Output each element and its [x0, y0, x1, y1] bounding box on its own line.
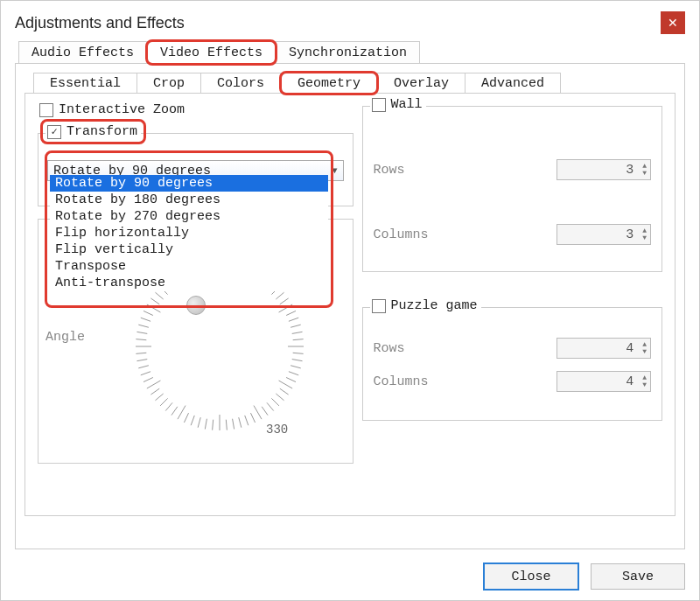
wall-checkbox[interactable]: Wall	[370, 97, 426, 112]
main-tabs: Audio Effects Video Effects Synchronizat…	[15, 41, 685, 64]
subtab-geometry-label: Geometry	[281, 73, 377, 94]
svg-line-67	[286, 311, 296, 315]
dialog-title: Adjustments and Effects	[15, 14, 185, 32]
svg-line-14	[245, 416, 248, 425]
svg-line-32	[141, 372, 150, 375]
svg-line-19	[213, 420, 214, 430]
svg-line-11	[262, 407, 268, 416]
checkmark-icon: ✓	[51, 127, 57, 137]
checkbox-icon	[39, 103, 53, 117]
wall-group: Wall Rows 3 ▲▼ Columns 3 ▲▼	[362, 106, 662, 272]
puzzle-rows-label: Rows	[374, 341, 405, 356]
tab-video-effects-label: Video Effects	[147, 41, 276, 64]
close-button[interactable]: Close	[484, 563, 578, 590]
checkbox-icon	[372, 98, 386, 112]
option-rotate-90[interactable]: Rotate by 90 degrees	[50, 175, 328, 192]
svg-line-12	[254, 406, 262, 420]
save-button[interactable]: Save	[591, 563, 685, 590]
tab-audio-effects[interactable]: Audio Effects	[18, 41, 147, 64]
window-close-button[interactable]: ✕	[661, 11, 685, 34]
svg-line-10	[267, 402, 274, 410]
tab-video-effects[interactable]: Video Effects	[147, 41, 276, 64]
dialog-footer: Close Save	[484, 563, 685, 590]
svg-line-31	[144, 377, 153, 381]
svg-line-22	[191, 416, 194, 425]
puzzle-rows-value: 4	[626, 341, 634, 356]
svg-line-35	[136, 353, 146, 353]
svg-line-40	[141, 318, 150, 321]
puzzle-group: Puzzle game Rows 4 ▲▼ Columns 4 ▲▼	[362, 307, 662, 421]
interactive-zoom-checkbox[interactable]: Interactive Zoom	[39, 102, 354, 117]
option-anti-transpose[interactable]: Anti-transpose	[50, 275, 328, 291]
wall-rows-label: Rows	[374, 163, 405, 178]
svg-line-41	[144, 311, 153, 315]
transform-label: Transform	[66, 124, 137, 139]
subtab-overlay[interactable]: Overlay	[377, 73, 466, 94]
svg-line-9	[271, 398, 278, 405]
tab-synchronization[interactable]: Synchronization	[276, 41, 420, 64]
svg-line-3	[290, 366, 301, 368]
puzzle-label: Puzzle game	[391, 298, 478, 313]
svg-line-29	[150, 388, 159, 395]
wall-rows-value: 3	[626, 163, 634, 178]
puzzle-cols-spinner[interactable]: 4 ▲▼	[556, 371, 651, 392]
svg-line-70	[292, 332, 303, 333]
svg-line-33	[138, 366, 149, 368]
subtab-colors[interactable]: Colors	[200, 73, 281, 94]
subtab-essential[interactable]: Essential	[33, 73, 137, 94]
svg-line-69	[290, 325, 301, 327]
svg-line-25	[172, 407, 178, 416]
option-flip-horizontal[interactable]: Flip horizontally	[50, 225, 328, 241]
svg-line-15	[239, 417, 242, 428]
video-effects-panel: Essential Crop Colors Geometry Overlay A…	[15, 63, 685, 549]
spinner-buttons-icon: ▲▼	[642, 227, 647, 241]
svg-line-24	[178, 406, 186, 420]
svg-line-39	[138, 325, 149, 327]
sub-tabs: Essential Crop Colors Geometry Overlay A…	[24, 73, 676, 94]
svg-line-26	[165, 402, 172, 410]
svg-line-7	[280, 388, 289, 395]
option-transpose[interactable]: Transpose	[50, 258, 328, 275]
titlebar: Adjustments and Effects ✕	[15, 11, 685, 34]
svg-line-34	[136, 360, 147, 361]
wall-label: Wall	[391, 97, 423, 112]
interactive-zoom-label: Interactive Zoom	[59, 102, 185, 117]
transform-checkbox[interactable]: ✓ Transform	[46, 124, 141, 139]
option-flip-vertical[interactable]: Flip vertically	[50, 241, 328, 258]
geometry-panel: Interactive Zoom ✓ Transform Rotate by 9…	[24, 93, 676, 516]
angle-label: Angle	[46, 330, 85, 345]
puzzle-rows-spinner[interactable]: 4 ▲▼	[556, 338, 651, 359]
option-rotate-270[interactable]: Rotate by 270 degrees	[50, 208, 328, 225]
checkbox-icon	[372, 299, 386, 313]
subtab-crop[interactable]: Crop	[136, 73, 201, 94]
svg-line-23	[184, 413, 188, 423]
option-rotate-180[interactable]: Rotate by 180 degrees	[50, 192, 328, 208]
wall-rows-spinner[interactable]: 3 ▲▼	[556, 159, 651, 180]
svg-line-17	[226, 420, 227, 430]
puzzle-checkbox[interactable]: Puzzle game	[370, 298, 481, 313]
puzzle-cols-label: Columns	[374, 374, 429, 389]
wall-cols-spinner[interactable]: 3 ▲▼	[556, 224, 651, 245]
svg-line-4	[289, 372, 298, 375]
svg-line-16	[233, 419, 234, 430]
adjustments-dialog: Adjustments and Effects ✕ Audio Effects …	[0, 0, 700, 601]
svg-line-5	[286, 377, 296, 381]
right-column: Wall Rows 3 ▲▼ Columns 3 ▲▼	[362, 102, 662, 507]
left-column: Interactive Zoom ✓ Transform Rotate by 9…	[38, 102, 354, 507]
svg-line-2	[292, 360, 303, 361]
puzzle-cols-value: 4	[626, 374, 634, 389]
svg-line-8	[276, 394, 284, 401]
svg-line-1	[293, 353, 304, 353]
svg-line-38	[136, 332, 147, 333]
wall-cols-value: 3	[626, 227, 634, 242]
svg-line-71	[293, 339, 304, 340]
subtab-geometry[interactable]: Geometry	[281, 73, 377, 94]
svg-line-28	[155, 394, 163, 401]
subtab-advanced[interactable]: Advanced	[465, 73, 561, 94]
svg-line-30	[147, 381, 161, 388]
svg-line-20	[205, 419, 206, 430]
svg-line-27	[160, 398, 167, 405]
svg-line-37	[136, 339, 146, 340]
transform-dropdown[interactable]: Rotate by 90 degrees Rotate by 180 degre…	[50, 175, 328, 291]
close-icon: ✕	[668, 17, 678, 29]
